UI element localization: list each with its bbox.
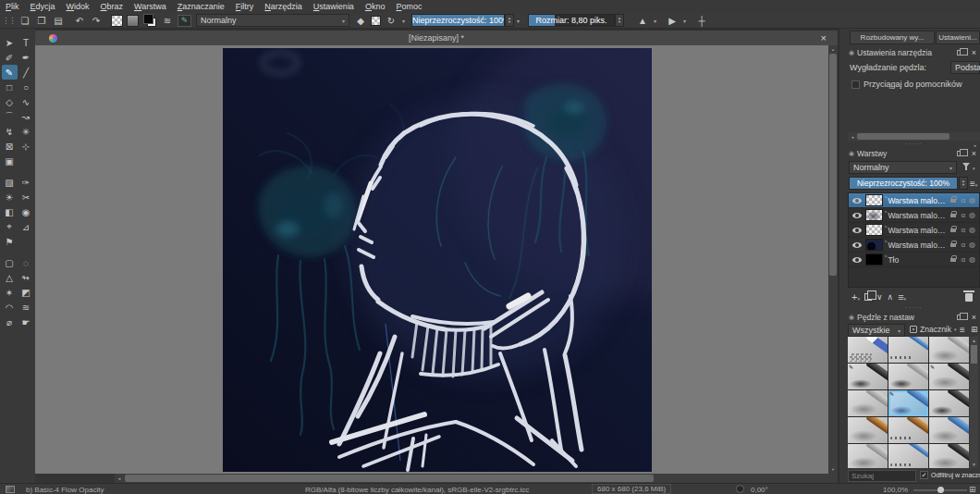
tool-reference-images[interactable]: ⚑ — [2, 234, 18, 249]
layer-row[interactable]: ˢ Warstwa malowani... α ◍ — [849, 238, 979, 253]
alpha-lock-icon[interactable]: α — [961, 255, 965, 264]
layer-name[interactable]: Warstwa malowani... — [888, 241, 949, 250]
mirror-vertical-button[interactable]: ▶ — [665, 14, 680, 28]
tool-rectangle[interactable]: □ — [2, 80, 18, 94]
menu-item[interactable]: Warstwa — [129, 1, 172, 12]
mirror-horizontal-button[interactable]: ▲ — [635, 14, 650, 28]
checkbox-unchecked[interactable] — [851, 80, 860, 89]
save-button[interactable]: ▤ — [51, 14, 66, 28]
menu-item[interactable]: Zaznaczanie — [172, 1, 230, 12]
tool-dynamic-brush[interactable]: ↯ — [2, 124, 18, 139]
tool-move[interactable]: ⊹ — [18, 139, 34, 154]
lock-icon[interactable] — [950, 214, 956, 217]
tool-rect-select[interactable]: ▢ — [2, 255, 18, 270]
layer-visibility-icon[interactable] — [852, 257, 862, 263]
menu-item[interactable]: Filtry — [230, 1, 260, 12]
brush-preset-thumb[interactable] — [888, 337, 928, 363]
tool-ellipse[interactable]: ○ — [18, 80, 34, 94]
layer-row[interactable]: ˢ Tło α ◍ — [849, 253, 979, 267]
alpha-lock-icon[interactable]: α — [961, 211, 965, 219]
tool-ellipse-select[interactable]: ◌ — [18, 255, 34, 270]
float-panel-icon[interactable] — [957, 315, 963, 320]
menu-item[interactable]: Okno — [360, 1, 391, 12]
layer-options-menu[interactable]: ≡▾ — [970, 179, 977, 189]
brush-preset-thumb[interactable] — [888, 444, 928, 468]
menu-item[interactable]: Obraz — [95, 1, 129, 12]
layer-visibility-icon[interactable] — [852, 228, 862, 233]
document-titlebar[interactable]: [Niezapisany] * × — [35, 31, 838, 45]
tool-edit-shapes[interactable]: ✐ — [2, 50, 18, 65]
layer-blend-mode-select[interactable]: Normalny ▾ — [849, 161, 957, 174]
brush-preset-thumb[interactable] — [929, 337, 969, 363]
tool-bezier-curve[interactable]: ⌒ — [2, 109, 18, 124]
preset-grid-mode-icon[interactable]: ⊞ — [971, 325, 978, 334]
menu-item[interactable]: Narzędzia — [259, 1, 308, 12]
tool-polygon-select[interactable]: △ — [2, 270, 18, 285]
inherit-alpha-icon[interactable]: ◍ — [969, 211, 975, 219]
foreground-background-colors[interactable] — [143, 14, 156, 27]
inherit-alpha-icon[interactable]: ◍ — [969, 255, 975, 264]
brush-preset-thumb[interactable] — [848, 444, 888, 468]
scroll-up-icon[interactable]: ▲ — [970, 337, 978, 344]
lock-icon[interactable] — [950, 199, 956, 203]
size-spinner[interactable]: ▲▼ — [615, 14, 624, 27]
tool-smart-patch[interactable]: ✂ — [18, 190, 34, 204]
filter-by-tag-row[interactable]: ✓ Odfiltruj w znaczniku — [920, 471, 980, 479]
scroll-left-icon[interactable]: ◂ — [115, 474, 124, 483]
reload-preset-button[interactable]: ↻ — [384, 14, 398, 28]
tool-freehand-select[interactable]: ↬ — [18, 270, 34, 285]
layer-name[interactable]: Tło — [888, 255, 949, 265]
statusbar-brush-icon[interactable] — [6, 486, 15, 493]
gradient-swatch[interactable] — [111, 15, 123, 27]
layer-row[interactable]: ˢ Warstwa malowani... α ◍ — [849, 208, 979, 223]
move-layer-down-button[interactable]: ∨ — [876, 292, 883, 302]
opacity-slider[interactable]: Nieprzezroczystość: 100% — [411, 14, 505, 27]
tool-multibrush[interactable]: ✳ — [18, 124, 34, 139]
choose-workspace-icon[interactable]: ≋ — [160, 14, 175, 28]
brush-preset-thumb[interactable] — [888, 417, 928, 443]
layer-row[interactable]: ˢ Warstwa malowani... α ◍ — [849, 223, 979, 238]
brush-preset-thumb[interactable] — [888, 364, 928, 389]
brush-preset-thumb[interactable] — [929, 390, 969, 416]
layer-visibility-icon[interactable] — [852, 213, 862, 218]
tool-fill[interactable]: ◧ — [2, 204, 18, 219]
brush-preset-thumb[interactable]: ✎ — [929, 364, 969, 389]
chevron-down-icon[interactable]: ▾ — [399, 18, 408, 24]
canvas-artwork[interactable] — [223, 48, 652, 472]
chevron-down-icon[interactable]: ▾ — [651, 18, 659, 24]
tool-freehand-brush[interactable]: ✎ — [2, 65, 18, 80]
tool-color-sampler[interactable]: ✑ — [18, 175, 34, 190]
tool-select-shapes[interactable]: ➤ — [2, 35, 18, 50]
tool-line[interactable]: ╱ — [18, 65, 34, 80]
snap-to-assistants-row[interactable]: Przyciągaj do pomocników — [851, 80, 962, 89]
tool-contiguous-select[interactable]: ✶ — [2, 285, 18, 300]
close-icon[interactable]: × — [821, 32, 827, 43]
vertical-scroll-thumb[interactable] — [829, 54, 837, 276]
opacity-spinner[interactable]: ▲▼ — [505, 14, 514, 27]
brush-preset-thumb[interactable] — [848, 417, 888, 443]
scroll-thumb[interactable] — [857, 133, 949, 140]
layer-visibility-icon[interactable] — [852, 198, 862, 204]
brush-preset-thumb[interactable] — [848, 337, 888, 363]
tool-transform[interactable]: ⊠ — [2, 139, 18, 154]
tool-polygon[interactable]: ◇ — [2, 94, 18, 109]
wrap-around-mode-button[interactable]: ┼ — [694, 14, 709, 28]
fit-page-icon[interactable]: ⊞ — [969, 485, 976, 494]
zoom-slider-knob[interactable] — [937, 487, 944, 493]
preset-view-menu[interactable]: ≡ — [960, 325, 965, 335]
inherit-alpha-icon[interactable]: ◍ — [969, 241, 975, 249]
chevron-down-icon[interactable]: ▾ — [514, 18, 522, 24]
undo-button[interactable]: ↶ — [72, 14, 87, 28]
lock-icon[interactable] — [950, 228, 956, 232]
tool-gradient[interactable]: ▨ — [2, 175, 18, 190]
tool-magnetic-select[interactable]: ≋ — [18, 300, 34, 315]
menu-item[interactable]: Plik — [0, 1, 25, 12]
alpha-lock-icon[interactable]: α — [961, 226, 965, 234]
horizontal-scroll-thumb[interactable] — [125, 475, 654, 482]
close-icon[interactable]: × — [972, 313, 976, 322]
menu-item[interactable]: Edycja — [25, 1, 61, 12]
menu-item[interactable]: Widok — [61, 1, 95, 12]
scroll-left-icon[interactable]: ◂ — [848, 132, 857, 141]
tool-measure[interactable]: ⊿ — [18, 219, 34, 234]
preserve-alpha-button[interactable] — [371, 16, 381, 26]
